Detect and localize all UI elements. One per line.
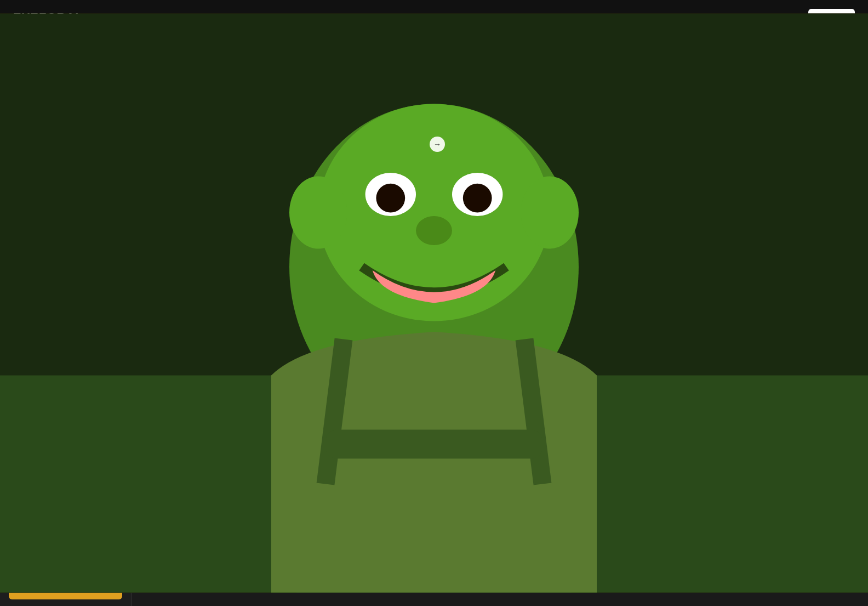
main-content: Time to spark your creativity. xyxy=(132,36,868,606)
template-image-3 xyxy=(473,421,627,508)
main-layout: ✨ Create image Model i SDXL - Fast SDXL … xyxy=(0,36,868,606)
arrow-icon: → xyxy=(430,137,445,152)
templates-row xyxy=(149,421,850,508)
svg-rect-59 xyxy=(473,430,542,459)
template-card-3[interactable] xyxy=(473,421,627,508)
